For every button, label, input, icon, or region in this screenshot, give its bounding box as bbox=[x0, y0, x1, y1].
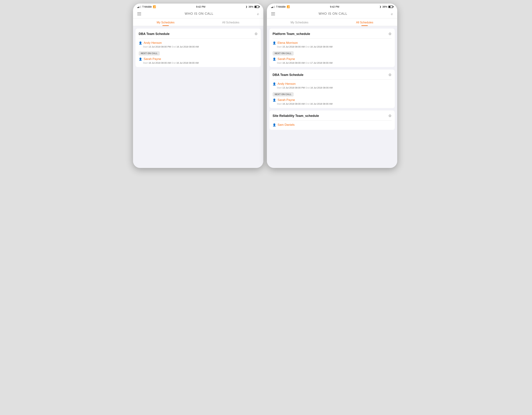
end-label-dba-right-next: End bbox=[305, 103, 309, 105]
next-on-call-badge-dba: NEXT ON CALL bbox=[139, 51, 160, 56]
tabs-right: My Schedules All Schedules bbox=[267, 19, 397, 26]
signal-bar-1 bbox=[137, 7, 138, 8]
next-oncall-platform: 👤 Sarah Payne Start 16 Jul 2018 08:00 AM… bbox=[269, 56, 395, 67]
wifi-icon-left: 📶 bbox=[153, 5, 156, 8]
time-row-platform-current: Start 15 Jul 2018 08:00 AM End 16 Jul 20… bbox=[273, 45, 391, 48]
phone-right: T-Mobile 📶 9:42 PM ❯ 38% WHO IS ON CALL … bbox=[267, 4, 397, 168]
person-name-site-reliability-current: Sam Daniels bbox=[277, 123, 294, 127]
card-header-platform: Platform Team_schedule ⚙ bbox=[269, 28, 395, 38]
app-header-right: WHO IS ON CALL ⌕ bbox=[267, 9, 397, 19]
location-icon-right: ❯ bbox=[380, 6, 381, 8]
card-title-platform: Platform Team_schedule bbox=[273, 32, 310, 36]
start-label-dba-right-next: Start bbox=[277, 103, 282, 105]
carrier-right: T-Mobile bbox=[276, 5, 286, 8]
current-oncall-dba: 👤 Andy Henson Start 13 Jul 2018 08:00 PM… bbox=[135, 39, 261, 51]
status-right-right: ❯ 38% bbox=[380, 5, 393, 8]
start-value-dba-current: 13 Jul 2018 08:00 PM bbox=[148, 45, 171, 48]
signal-bar-4 bbox=[141, 6, 141, 8]
battery-percent-left: 38% bbox=[248, 5, 253, 8]
current-oncall-platform: 👤 Elena Morrison Start 15 Jul 2018 08:00… bbox=[269, 39, 395, 51]
end-value-dba-current: 16 Jul 2018 08:00 AM bbox=[176, 45, 199, 48]
status-bar-left: T-Mobile 📶 9:42 PM ❯ 38% bbox=[133, 4, 263, 9]
current-oncall-dba-right: 👤 Andy Henson Start 13 Jul 2018 08:00 PM… bbox=[269, 80, 395, 92]
end-label-dba-current: End bbox=[172, 45, 176, 48]
person-row-dba-right-current: 👤 Andy Henson bbox=[273, 82, 391, 86]
schedule-card-dba: DBA Team Schedule ⚙ 👤 Andy Henson Start … bbox=[135, 28, 261, 67]
gear-icon-site-reliability[interactable]: ⚙ bbox=[388, 114, 391, 118]
time-left: 9:42 PM bbox=[196, 5, 205, 8]
signal-bar-r-4 bbox=[274, 6, 275, 8]
app-header-left: WHO IS ON CALL ⌕ bbox=[133, 9, 263, 19]
hamburger-menu-right[interactable] bbox=[271, 12, 275, 15]
battery-fill-left bbox=[255, 6, 256, 8]
start-value-dba-right-next: 16 Jul 2018 08:00 AM bbox=[282, 103, 305, 105]
hamburger-line-r-1 bbox=[271, 12, 275, 13]
status-right-left: ❯ 38% bbox=[246, 5, 259, 8]
end-label-dba-right-current: End bbox=[305, 86, 310, 89]
end-label-platform-next: End bbox=[305, 62, 309, 64]
end-label-dba-next: End bbox=[171, 62, 176, 64]
start-label-dba-next: Start bbox=[143, 62, 148, 64]
status-left-right: T-Mobile 📶 bbox=[271, 5, 290, 8]
person-row-dba-next: 👤 Sarah Payne bbox=[139, 57, 258, 61]
end-value-dba-right-next: 16 Jul 2018 08:00 AM bbox=[310, 103, 332, 105]
schedule-card-site-reliability: Site Reliability Team_schedule ⚙ 👤 Sam D… bbox=[269, 111, 395, 130]
gear-icon-dba-right[interactable]: ⚙ bbox=[388, 73, 391, 77]
signal-bar-3 bbox=[139, 6, 140, 8]
status-bar-right: T-Mobile 📶 9:42 PM ❯ 38% bbox=[267, 4, 397, 9]
person-name-dba-current: Andy Henson bbox=[144, 41, 162, 45]
end-value-dba-next: 16 Jul 2018 08:00 AM bbox=[176, 62, 199, 64]
signal-bar-r-3 bbox=[273, 6, 274, 8]
person-row-site-reliability-current: 👤 Sam Daniels bbox=[273, 123, 391, 127]
hamburger-menu-left[interactable] bbox=[137, 12, 141, 15]
gear-icon-dba[interactable]: ⚙ bbox=[255, 32, 258, 36]
schedule-card-platform: Platform Team_schedule ⚙ 👤 Elena Morriso… bbox=[269, 28, 395, 67]
person-row-dba-current: 👤 Andy Henson bbox=[139, 41, 258, 45]
start-value-dba-right-current: 13 Jul 2018 08:00 PM bbox=[282, 86, 305, 89]
end-value-dba-right-current: 16 Jul 2018 08:00 AM bbox=[310, 86, 333, 89]
app-title-left: WHO IS ON CALL bbox=[185, 12, 213, 16]
start-value-dba-next: 16 Jul 2018 08:00 AM bbox=[148, 62, 171, 64]
person-row-platform-current: 👤 Elena Morrison bbox=[273, 41, 391, 45]
next-oncall-dba-right: 👤 Sarah Payne Start 16 Jul 2018 08:00 AM… bbox=[269, 96, 395, 108]
gear-icon-platform[interactable]: ⚙ bbox=[388, 32, 391, 36]
app-title-right: WHO IS ON CALL bbox=[318, 12, 347, 16]
tabs-left: My Schedules All Schedules bbox=[133, 19, 263, 26]
start-label-dba-right-current: Start bbox=[277, 86, 282, 89]
person-icon-dba-right-next: 👤 bbox=[273, 98, 276, 102]
start-label-platform-current: Start bbox=[277, 45, 282, 48]
location-icon-left: ❯ bbox=[246, 6, 247, 8]
tab-all-schedules-right[interactable]: All Schedules bbox=[332, 19, 397, 26]
start-label-dba-current: Start bbox=[143, 45, 148, 48]
hamburger-line-1 bbox=[137, 12, 141, 13]
start-value-platform-current: 15 Jul 2018 08:00 AM bbox=[282, 45, 305, 48]
search-button-right[interactable]: ⌕ bbox=[391, 12, 393, 16]
card-header-dba-right: DBA Team Schedule ⚙ bbox=[269, 69, 395, 79]
hamburger-line-r-3 bbox=[271, 15, 275, 15]
person-icon-dba-right-current: 👤 bbox=[273, 82, 276, 86]
carrier-left: T-Mobile bbox=[142, 5, 152, 8]
hamburger-line-2 bbox=[137, 14, 141, 14]
person-icon-site-reliability-current: 👤 bbox=[273, 123, 276, 127]
tab-my-schedules-left[interactable]: My Schedules bbox=[133, 19, 198, 26]
tab-all-schedules-left[interactable]: All Schedules bbox=[198, 19, 264, 26]
start-value-platform-next: 16 Jul 2018 08:00 AM bbox=[282, 62, 305, 64]
time-row-dba-right-current: Start 13 Jul 2018 08:00 PM End 16 Jul 20… bbox=[273, 86, 391, 89]
time-row-dba-next: Start 16 Jul 2018 08:00 AM End 16 Jul 20… bbox=[139, 62, 258, 64]
end-label-platform-current: End bbox=[305, 45, 309, 48]
content-left: DBA Team Schedule ⚙ 👤 Andy Henson Start … bbox=[133, 26, 263, 168]
search-button-left[interactable]: ⌕ bbox=[257, 12, 259, 16]
battery-percent-right: 38% bbox=[382, 5, 387, 8]
card-header-dba: DBA Team Schedule ⚙ bbox=[135, 28, 261, 38]
signal-bar-r-2 bbox=[272, 7, 273, 8]
person-icon-dba-current: 👤 bbox=[139, 41, 142, 45]
signal-bar-r-1 bbox=[271, 7, 272, 8]
person-icon-dba-next: 👤 bbox=[139, 57, 142, 61]
card-header-site-reliability: Site Reliability Team_schedule ⚙ bbox=[269, 111, 395, 120]
start-label-platform-next: Start bbox=[277, 62, 282, 64]
person-icon-platform-next: 👤 bbox=[273, 57, 276, 61]
signal-bars bbox=[137, 6, 141, 8]
time-right: 9:42 PM bbox=[330, 5, 339, 8]
tab-my-schedules-right[interactable]: My Schedules bbox=[267, 19, 332, 26]
phone-left: T-Mobile 📶 9:42 PM ❯ 38% WHO IS ON CALL … bbox=[133, 4, 263, 168]
